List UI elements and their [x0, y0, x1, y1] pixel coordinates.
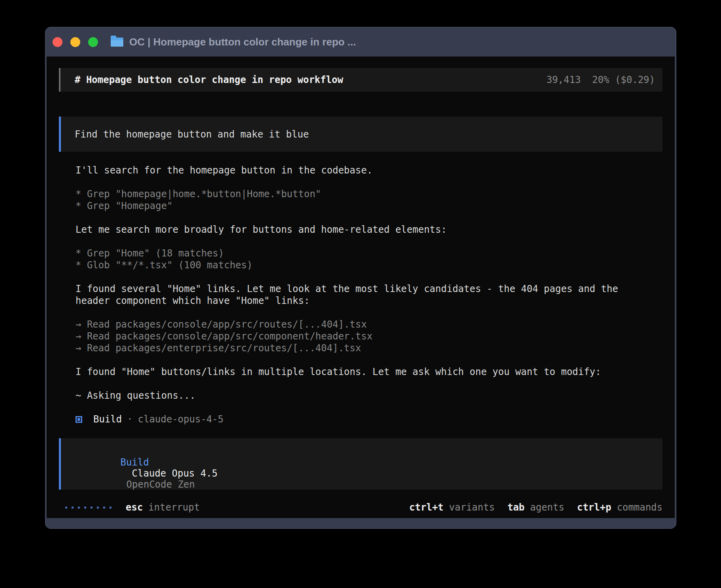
close-button[interactable] — [53, 37, 62, 47]
tool-call-group: * Grep "homepage|home.*button|Home.*butt… — [75, 188, 662, 212]
keyboard-shortcuts: ctrl+tvariantstabagentsctrl+pcommands — [396, 502, 662, 513]
assistant-text: I'll search for the homepage button in t… — [75, 164, 662, 176]
input-provider-label: OpenCode Zen — [126, 479, 195, 490]
agent-separator: · — [127, 414, 132, 425]
terminal-window: OC | Homepage button color change in rep… — [45, 27, 676, 529]
input-meta: Build Claude Opus 4.5 OpenCode Zen — [75, 446, 662, 501]
zoom-button[interactable] — [88, 37, 98, 47]
folder-icon — [111, 38, 123, 47]
user-message-text: Find the homepage button and make it blu… — [75, 129, 309, 140]
agent-name: Build — [93, 414, 122, 425]
window-titlebar[interactable]: OC | Homepage button color change in rep… — [45, 27, 676, 57]
spinner-dot — [65, 507, 67, 509]
tool-call-line: * Grep "Home" (18 matches) — [75, 247, 662, 259]
spinner-dot — [72, 507, 74, 509]
tool-call-line: * Grep "homepage|home.*button|Home.*butt… — [75, 188, 662, 200]
shortcut-label: agents — [530, 502, 564, 513]
spinner-dot — [78, 507, 80, 509]
tool-call-group: → Read packages/console/app/src/routes/[… — [75, 318, 662, 354]
assistant-transcript: I'll search for the homepage button in t… — [75, 164, 662, 401]
tool-call-line: * Glob "**/*.tsx" (100 matches) — [75, 259, 662, 271]
agent-model: claude-opus-4-5 — [138, 414, 224, 425]
tool-call-line: → Read packages/console/app/src/componen… — [75, 330, 662, 342]
user-message: Find the homepage button and make it blu… — [59, 117, 662, 152]
assistant-text-line: header component which have "Home" links… — [75, 295, 662, 307]
spinner-dot — [97, 507, 99, 509]
esc-key-hint: esc — [126, 502, 143, 513]
shortcut-label: variants — [449, 502, 495, 513]
spinner-dot — [84, 507, 86, 509]
session-title: # Homepage button color change in repo w… — [75, 74, 343, 85]
tool-call-line: → Read packages/enterprise/src/routes/[.… — [75, 342, 662, 354]
tool-call-line: → Read packages/console/app/src/routes/[… — [75, 318, 662, 330]
spinner-dot — [109, 507, 111, 509]
assistant-text: I found several "Home" links. Let me loo… — [75, 283, 662, 307]
assistant-text-line: I found several "Home" links. Let me loo… — [75, 283, 662, 295]
assistant-text: ~ Asking questions... — [75, 390, 662, 401]
shortcut-label: commands — [617, 502, 662, 513]
tool-call-line: * Grep "Homepage" — [75, 200, 662, 212]
spinner-dots — [65, 507, 111, 509]
prompt-input[interactable]: Build Claude Opus 4.5 OpenCode Zen — [59, 438, 662, 490]
shortcut-key: ctrl+t — [409, 502, 444, 513]
assistant-text: I found "Home" buttons/links in multiple… — [75, 366, 662, 378]
build-agent-icon — [75, 416, 82, 423]
assistant-text-line: I found "Home" buttons/links in multiple… — [75, 366, 662, 378]
esc-action-label: interrupt — [148, 502, 200, 513]
shortcut-variants: ctrl+tvariants — [409, 502, 495, 513]
spinner-dot — [91, 507, 92, 509]
assistant-text-line: ~ Asking questions... — [75, 390, 662, 401]
assistant-text-line: Let me search more broadly for buttons a… — [75, 224, 662, 236]
shortcut-agents: tabagents — [508, 502, 564, 513]
agent-status: Build · claude-opus-4-5 — [75, 413, 662, 425]
shortcut-commands: ctrl+pcommands — [577, 502, 662, 513]
input-model-label[interactable]: Claude Opus 4.5 — [132, 468, 218, 479]
build-agent-icon-core — [77, 418, 80, 421]
spinner-dot — [103, 507, 105, 509]
assistant-text: Let me search more broadly for buttons a… — [75, 224, 662, 236]
assistant-text-line: I'll search for the homepage button in t… — [75, 164, 662, 176]
session-header: # Homepage button color change in repo w… — [59, 68, 662, 92]
shortcut-key: tab — [508, 502, 525, 513]
minimize-button[interactable] — [70, 37, 80, 47]
tool-call-group: * Grep "Home" (18 matches)* Glob "**/*.t… — [75, 247, 662, 271]
status-bar: esc interrupt ctrl+tvariantstabagentsctr… — [59, 501, 662, 514]
window-title: OC | Homepage button color change in rep… — [129, 36, 356, 48]
input-mode-label[interactable]: Build — [121, 457, 149, 468]
terminal-content: # Homepage button color change in repo w… — [47, 57, 675, 518]
session-stats: 39,413 20% ($0.29) — [546, 74, 655, 85]
shortcut-key: ctrl+p — [577, 502, 612, 513]
